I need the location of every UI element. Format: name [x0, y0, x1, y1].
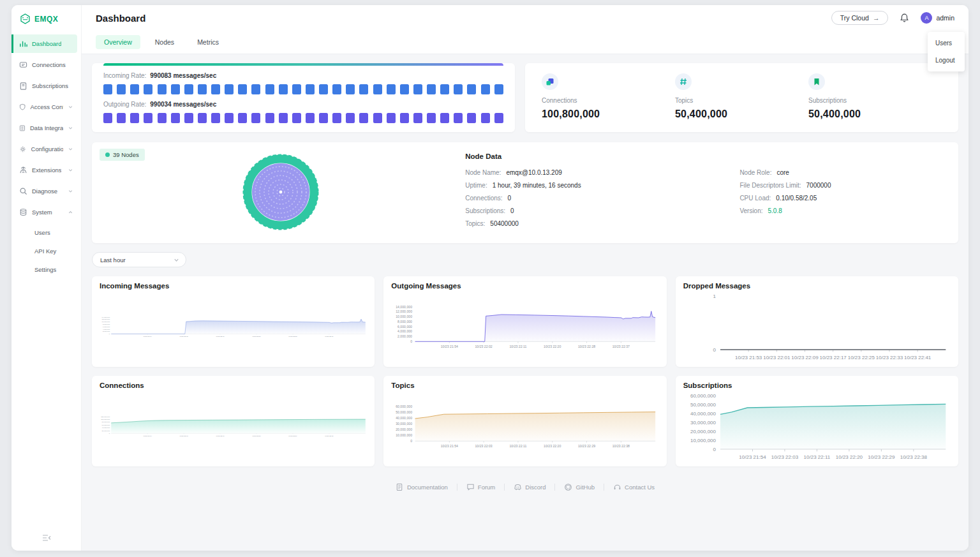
- rate-square: [346, 113, 355, 123]
- svg-text:10,000,000: 10,000,000: [396, 433, 413, 437]
- sidebar-item-label: Data Integration: [30, 124, 63, 131]
- svg-text:4,000,000: 4,000,000: [103, 329, 110, 330]
- username: admin: [936, 14, 954, 22]
- rate-square: [211, 113, 220, 123]
- user-menu-item-logout[interactable]: Logout: [928, 52, 965, 69]
- sidebar-item-access-control[interactable]: Access Control: [13, 98, 77, 116]
- rate-square: [265, 84, 274, 94]
- footer-link-forum[interactable]: Forum: [457, 483, 504, 491]
- node-data-value: 5.0.8: [768, 207, 782, 214]
- svg-text:10/23 22:02: 10/23 22:02: [475, 345, 493, 348]
- sidebar-item-label: Dashboard: [32, 40, 61, 47]
- footer-link-label: Documentation: [407, 484, 448, 491]
- avatar: A: [921, 12, 932, 24]
- sidebar-subitem-label: Users: [34, 229, 50, 236]
- sidebar-subitem-label: Settings: [34, 266, 56, 273]
- node-cluster-icon: [238, 149, 323, 235]
- subscriptions-icon: [19, 82, 27, 90]
- stat-topics: Topics 50,400,000: [675, 63, 808, 123]
- chart-plot-topics[interactable]: 60,000,00050,000,00040,000,00030,000,000…: [391, 390, 658, 462]
- svg-text:10/23 22:11: 10/23 22:11: [803, 454, 830, 460]
- brand-name: EMQX: [34, 15, 58, 24]
- doc-icon: [396, 483, 404, 491]
- node-data-label: Node Name:: [465, 169, 501, 176]
- chart-card-dropped: Dropped Messages1010/23 21:5310/23 22:01…: [676, 276, 958, 367]
- sidebar-item-data-integration[interactable]: Data Integration: [13, 119, 77, 137]
- rate-square: [103, 84, 112, 94]
- sidebar-subitem-api-key[interactable]: API Key: [15, 242, 77, 260]
- try-cloud-button[interactable]: Try Cloud →: [831, 11, 889, 25]
- rate-square: [198, 113, 207, 123]
- footer-link-documentation[interactable]: Documentation: [387, 483, 457, 491]
- svg-text:30,000,000: 30,000,000: [396, 422, 413, 426]
- rate-square: [117, 113, 126, 123]
- sidebar-item-extensions[interactable]: Extensions: [13, 161, 77, 179]
- bookmark-icon: [812, 77, 821, 86]
- svg-text:120,000,000: 120,000,000: [101, 416, 110, 418]
- sidebar-subitem-users[interactable]: Users: [15, 224, 77, 241]
- sidebar-item-system[interactable]: System: [13, 203, 77, 221]
- rate-square: [454, 84, 463, 94]
- footer-link-contact-us[interactable]: Contact Us: [604, 483, 664, 491]
- footer-link-label: Forum: [478, 484, 495, 491]
- sidebar-nav: DashboardConnectionsSubscriptionsAccess …: [11, 34, 81, 278]
- svg-text:10/23 22:33: 10/23 22:33: [876, 355, 903, 360]
- rate-square: [373, 84, 382, 94]
- rate-square: [454, 113, 463, 123]
- nodes-count-badge[interactable]: 39 Nodes: [100, 149, 145, 161]
- svg-text:6,000,000: 6,000,000: [103, 326, 110, 328]
- time-range-select[interactable]: Last hour: [92, 252, 186, 267]
- svg-text:2,000,000: 2,000,000: [397, 334, 412, 338]
- node-data-title: Node Data: [465, 152, 943, 160]
- rate-square: [279, 113, 288, 123]
- node-data-row: Subscriptions:0: [465, 207, 739, 214]
- chart-plot-outgoing[interactable]: 14,000,00012,000,00010,000,0008,000,0006…: [391, 291, 658, 362]
- user-menu-trigger[interactable]: A admin: [921, 12, 954, 24]
- sidebar-item-subscriptions[interactable]: Subscriptions: [13, 77, 77, 95]
- sidebar-item-label: Subscriptions: [32, 82, 68, 89]
- tab-metrics[interactable]: Metrics: [189, 35, 227, 49]
- node-data-row: File Descriptors Limit:7000000: [739, 182, 943, 189]
- sidebar-item-connections[interactable]: Connections: [13, 56, 77, 74]
- svg-text:10/23 22:20: 10/23 22:20: [544, 444, 561, 448]
- chart-plot-connections[interactable]: 120,000,000100,000,00080,000,00060,000,0…: [100, 390, 367, 462]
- footer-link-github[interactable]: GitHub: [555, 483, 604, 491]
- svg-text:0: 0: [410, 339, 412, 343]
- rate-square: [171, 113, 180, 123]
- stat-subscriptions: Subscriptions 50,400,000: [808, 63, 942, 123]
- tab-label: Nodes: [155, 38, 174, 46]
- node-cluster-graph[interactable]: [103, 150, 457, 234]
- chart-plot-subscriptions[interactable]: 60,000,00050,000,00040,000,00030,000,000…: [683, 390, 951, 462]
- node-data-value: 0.10/0.58/2.05: [776, 195, 817, 202]
- svg-text:2,000,000: 2,000,000: [103, 330, 110, 332]
- rate-square: [292, 113, 301, 123]
- sidebar-collapse-button[interactable]: [42, 534, 51, 542]
- svg-text:80,000,000: 80,000,000: [102, 421, 110, 423]
- bell-icon[interactable]: [900, 13, 909, 23]
- sidebar-item-configuration[interactable]: Configuration: [13, 140, 77, 158]
- sidebar-item-dashboard[interactable]: Dashboard: [11, 34, 77, 53]
- sidebar-item-diagnose[interactable]: Diagnose: [13, 182, 77, 200]
- rate-square: [440, 84, 449, 94]
- sidebar-subitem-settings[interactable]: Settings: [15, 261, 77, 278]
- discord-icon: [514, 483, 522, 491]
- chart-plot-dropped[interactable]: 1010/23 21:5310/23 22:0110/23 22:0910/23…: [683, 291, 951, 362]
- main-area: Dashboard Try Cloud → A admin OverviewNo…: [82, 5, 969, 551]
- connections-icon: [19, 61, 27, 69]
- tab-overview[interactable]: Overview: [96, 35, 140, 49]
- footer-link-discord[interactable]: Discord: [505, 483, 554, 491]
- svg-text:40,000,000: 40,000,000: [396, 416, 413, 420]
- svg-text:60,000,000: 60,000,000: [690, 393, 716, 399]
- node-data-left-column: Node Name:emqx@10.0.13.209Uptime:1 hour,…: [465, 169, 739, 227]
- stat-connections: Connections 100,800,000: [542, 63, 675, 123]
- chart-plot-incoming[interactable]: 14,000,00012,000,00010,000,0008,000,0006…: [100, 291, 367, 362]
- sidebar-item-label: System: [32, 209, 52, 216]
- rate-square: [158, 113, 167, 123]
- brand-logo[interactable]: EMQX: [11, 5, 81, 31]
- svg-text:10,000,000: 10,000,000: [690, 438, 716, 443]
- tab-nodes[interactable]: Nodes: [147, 35, 182, 49]
- chart-card-topics: Topics 60,000,00050,000,00040,000,00030,…: [383, 376, 666, 466]
- rate-square: [346, 84, 355, 94]
- user-menu-item-users[interactable]: Users: [928, 34, 965, 52]
- rate-square: [238, 113, 247, 123]
